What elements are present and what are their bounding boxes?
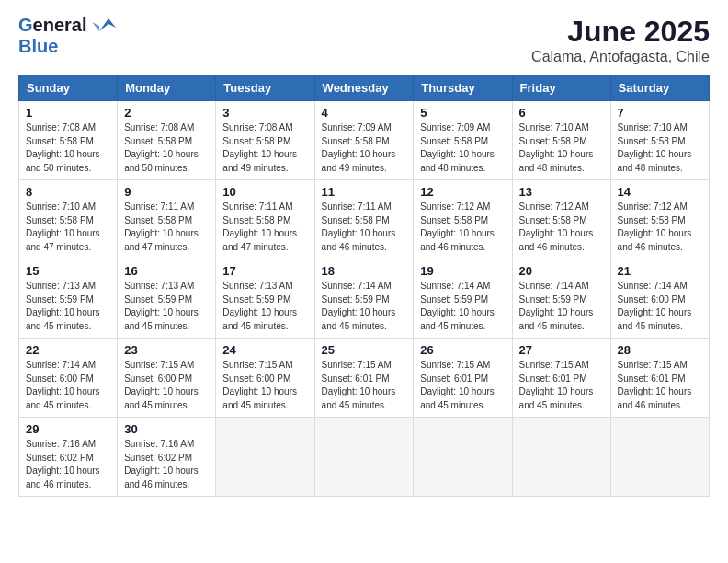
day-number: 12 xyxy=(420,185,505,199)
day-number: 20 xyxy=(519,264,604,278)
calendar-table: SundayMondayTuesdayWednesdayThursdayFrid… xyxy=(18,75,710,497)
calendar-header-wednesday: Wednesday xyxy=(314,75,414,101)
calendar-cell: 7 Sunrise: 7:10 AMSunset: 5:58 PMDayligh… xyxy=(610,101,709,180)
calendar-cell: 28 Sunrise: 7:15 AMSunset: 6:01 PMDaylig… xyxy=(610,339,709,418)
calendar-week-1: 8 Sunrise: 7:10 AMSunset: 5:58 PMDayligh… xyxy=(19,180,710,259)
day-info: Sunrise: 7:12 AMSunset: 5:58 PMDaylight:… xyxy=(519,201,604,254)
calendar-week-3: 22 Sunrise: 7:14 AMSunset: 6:00 PMDaylig… xyxy=(19,339,710,418)
day-info: Sunrise: 7:15 AMSunset: 6:00 PMDaylight:… xyxy=(124,359,209,412)
calendar-header-tuesday: Tuesday xyxy=(216,75,314,101)
calendar-header-friday: Friday xyxy=(512,75,610,101)
day-info: Sunrise: 7:08 AMSunset: 5:58 PMDaylight:… xyxy=(124,121,209,175)
calendar-header-saturday: Saturday xyxy=(610,75,709,101)
day-number: 23 xyxy=(124,343,209,357)
day-number: 7 xyxy=(618,106,702,120)
calendar-cell: 8 Sunrise: 7:10 AMSunset: 5:58 PMDayligh… xyxy=(19,180,118,259)
calendar-cell: 30 Sunrise: 7:16 AMSunset: 6:02 PMDaylig… xyxy=(118,418,216,497)
calendar-cell: 9 Sunrise: 7:11 AMSunset: 5:58 PMDayligh… xyxy=(118,180,216,259)
day-info: Sunrise: 7:14 AMSunset: 6:00 PMDaylight:… xyxy=(26,359,110,412)
logo: General Blue xyxy=(18,15,118,57)
calendar-week-0: 1 Sunrise: 7:08 AMSunset: 5:58 PMDayligh… xyxy=(19,101,710,180)
calendar-cell: 6 Sunrise: 7:10 AMSunset: 5:58 PMDayligh… xyxy=(512,101,610,180)
day-info: Sunrise: 7:14 AMSunset: 6:00 PMDaylight:… xyxy=(618,280,702,333)
day-info: Sunrise: 7:10 AMSunset: 5:58 PMDaylight:… xyxy=(519,121,604,175)
day-info: Sunrise: 7:16 AMSunset: 6:02 PMDaylight:… xyxy=(26,438,110,491)
calendar-cell xyxy=(314,418,414,497)
day-info: Sunrise: 7:12 AMSunset: 5:58 PMDaylight:… xyxy=(618,201,702,254)
calendar-cell: 15 Sunrise: 7:13 AMSunset: 5:59 PMDaylig… xyxy=(19,259,118,339)
day-info: Sunrise: 7:15 AMSunset: 6:01 PMDaylight:… xyxy=(519,359,604,412)
calendar-cell: 18 Sunrise: 7:14 AMSunset: 5:59 PMDaylig… xyxy=(314,259,414,339)
calendar-cell: 11 Sunrise: 7:11 AMSunset: 5:58 PMDaylig… xyxy=(314,180,414,259)
calendar-cell: 27 Sunrise: 7:15 AMSunset: 6:01 PMDaylig… xyxy=(512,339,610,418)
day-number: 24 xyxy=(222,343,307,357)
day-number: 11 xyxy=(322,185,407,199)
day-number: 5 xyxy=(420,106,505,120)
day-number: 17 xyxy=(222,264,307,278)
day-number: 27 xyxy=(519,343,604,357)
calendar-cell: 12 Sunrise: 7:12 AMSunset: 5:58 PMDaylig… xyxy=(414,180,512,259)
day-info: Sunrise: 7:14 AMSunset: 5:59 PMDaylight:… xyxy=(519,280,604,333)
calendar-header-row: SundayMondayTuesdayWednesdayThursdayFrid… xyxy=(19,75,710,101)
day-number: 30 xyxy=(124,422,209,436)
day-number: 10 xyxy=(222,185,307,199)
calendar-cell: 16 Sunrise: 7:13 AMSunset: 5:59 PMDaylig… xyxy=(118,259,216,339)
calendar-cell: 13 Sunrise: 7:12 AMSunset: 5:58 PMDaylig… xyxy=(512,180,610,259)
day-number: 22 xyxy=(26,343,110,357)
svg-marker-1 xyxy=(92,22,99,31)
day-number: 26 xyxy=(420,343,505,357)
calendar-header-thursday: Thursday xyxy=(414,75,512,101)
calendar-cell xyxy=(610,418,709,497)
day-info: Sunrise: 7:11 AMSunset: 5:58 PMDaylight:… xyxy=(322,201,407,254)
day-number: 18 xyxy=(322,264,407,278)
day-info: Sunrise: 7:11 AMSunset: 5:58 PMDaylight:… xyxy=(222,201,307,254)
day-info: Sunrise: 7:15 AMSunset: 6:01 PMDaylight:… xyxy=(618,359,702,412)
calendar-header-sunday: Sunday xyxy=(19,75,118,101)
day-info: Sunrise: 7:14 AMSunset: 5:59 PMDaylight:… xyxy=(420,280,505,333)
location-text: Calama, Antofagasta, Chile xyxy=(531,49,710,65)
calendar-cell: 4 Sunrise: 7:09 AMSunset: 5:58 PMDayligh… xyxy=(314,101,414,180)
day-info: Sunrise: 7:10 AMSunset: 5:58 PMDaylight:… xyxy=(26,201,110,254)
day-number: 3 xyxy=(222,106,307,120)
day-info: Sunrise: 7:13 AMSunset: 5:59 PMDaylight:… xyxy=(222,280,307,333)
calendar-header-monday: Monday xyxy=(118,75,216,101)
day-number: 13 xyxy=(519,185,604,199)
day-number: 25 xyxy=(322,343,407,357)
day-info: Sunrise: 7:08 AMSunset: 5:58 PMDaylight:… xyxy=(26,121,110,175)
day-info: Sunrise: 7:12 AMSunset: 5:58 PMDaylight:… xyxy=(420,201,505,254)
day-info: Sunrise: 7:15 AMSunset: 6:00 PMDaylight:… xyxy=(222,359,307,412)
calendar-week-2: 15 Sunrise: 7:13 AMSunset: 5:59 PMDaylig… xyxy=(19,259,710,339)
page-container: General Blue June 2025 Calama, Antofagas… xyxy=(0,0,728,506)
calendar-cell xyxy=(216,418,314,497)
day-info: Sunrise: 7:08 AMSunset: 5:58 PMDaylight:… xyxy=(222,121,307,175)
calendar-cell: 1 Sunrise: 7:08 AMSunset: 5:58 PMDayligh… xyxy=(19,101,118,180)
calendar-cell: 25 Sunrise: 7:15 AMSunset: 6:01 PMDaylig… xyxy=(314,339,414,418)
calendar-cell: 19 Sunrise: 7:14 AMSunset: 5:59 PMDaylig… xyxy=(414,259,512,339)
calendar-week-4: 29 Sunrise: 7:16 AMSunset: 6:02 PMDaylig… xyxy=(19,418,710,497)
calendar-cell: 2 Sunrise: 7:08 AMSunset: 5:58 PMDayligh… xyxy=(118,101,216,180)
calendar-cell: 14 Sunrise: 7:12 AMSunset: 5:58 PMDaylig… xyxy=(610,180,709,259)
day-number: 1 xyxy=(26,106,110,120)
header: General Blue June 2025 Calama, Antofagas… xyxy=(18,15,710,65)
day-number: 16 xyxy=(124,264,209,278)
day-number: 21 xyxy=(618,264,702,278)
day-number: 29 xyxy=(26,422,110,436)
day-info: Sunrise: 7:11 AMSunset: 5:58 PMDaylight:… xyxy=(124,201,209,254)
calendar-cell: 5 Sunrise: 7:09 AMSunset: 5:58 PMDayligh… xyxy=(414,101,512,180)
day-info: Sunrise: 7:09 AMSunset: 5:58 PMDaylight:… xyxy=(322,121,407,175)
day-number: 15 xyxy=(26,264,110,278)
day-number: 2 xyxy=(124,106,209,120)
calendar-cell: 26 Sunrise: 7:15 AMSunset: 6:01 PMDaylig… xyxy=(414,339,512,418)
calendar-cell: 24 Sunrise: 7:15 AMSunset: 6:00 PMDaylig… xyxy=(216,339,314,418)
day-info: Sunrise: 7:13 AMSunset: 5:59 PMDaylight:… xyxy=(26,280,110,333)
logo-bottom-row: Blue xyxy=(18,36,58,57)
day-info: Sunrise: 7:13 AMSunset: 5:59 PMDaylight:… xyxy=(124,280,209,333)
day-info: Sunrise: 7:09 AMSunset: 5:58 PMDaylight:… xyxy=(420,121,505,175)
title-block: June 2025 Calama, Antofagasta, Chile xyxy=(531,15,710,65)
calendar-cell: 10 Sunrise: 7:11 AMSunset: 5:58 PMDaylig… xyxy=(216,180,314,259)
calendar-cell: 22 Sunrise: 7:14 AMSunset: 6:00 PMDaylig… xyxy=(19,339,118,418)
calendar-cell: 21 Sunrise: 7:14 AMSunset: 6:00 PMDaylig… xyxy=(610,259,709,339)
logo-general-text: General xyxy=(18,15,87,36)
day-info: Sunrise: 7:16 AMSunset: 6:02 PMDaylight:… xyxy=(124,438,209,491)
day-number: 14 xyxy=(618,185,702,199)
